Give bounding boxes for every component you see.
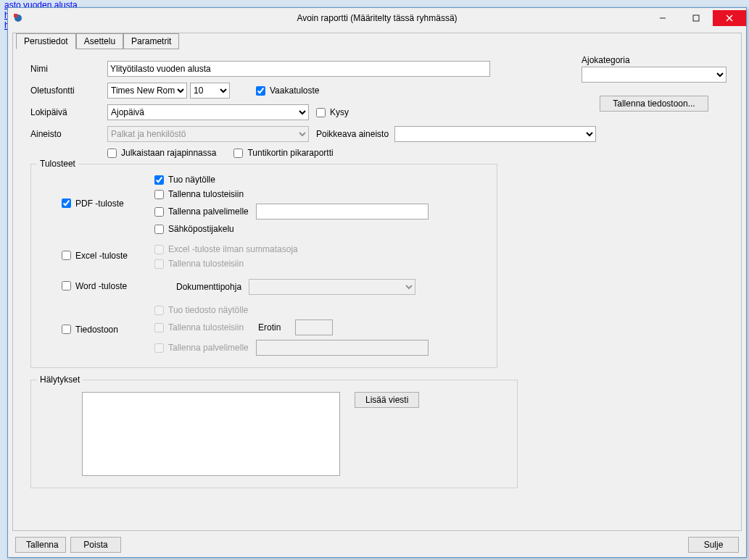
word-tuloste-check[interactable]: Word -tuloste xyxy=(62,281,127,291)
dokumenttipohja-select xyxy=(249,279,415,295)
lisaa-viesti-button[interactable]: Lisää viesti xyxy=(355,392,419,408)
tab-asettelu[interactable]: Asettelu xyxy=(76,33,123,49)
sahkopostijakelu-check[interactable]: Sähköpostijakelu xyxy=(154,224,429,234)
tab-content: Ajokategoria Tallenna tiedostoon... Nimi… xyxy=(13,48,741,530)
ajokategoria-select[interactable] xyxy=(582,67,727,83)
tuo-tiedosto-naytolle-check: Tuo tiedosto näytölle xyxy=(154,305,429,315)
tulosteet-group: Tulosteet PDF -tuloste Tuo näytölle Tall… xyxy=(30,164,497,368)
dokumenttipohja-label: Dokumenttipohja xyxy=(176,282,241,292)
tallenna-palvelimelle-input[interactable] xyxy=(256,204,429,220)
nimi-input[interactable] xyxy=(107,61,490,77)
oletusfontti-label: Oletusfontti xyxy=(30,85,107,96)
aineisto-select: Palkat ja henkilöstö xyxy=(107,126,309,142)
lokipaiva-select[interactable]: Ajopäivä xyxy=(107,104,309,120)
poikkeava-aineisto-label: Poikkeava aineisto xyxy=(316,129,389,139)
window-title: Avoin raportti (Määritelty tässä ryhmäss… xyxy=(8,13,746,23)
tallenna-tulosteisiin-check[interactable]: Tallenna tulosteisiin xyxy=(154,189,429,199)
tuo-naytolle-check[interactable]: Tuo näytölle xyxy=(154,175,429,185)
vaakatuloste-check[interactable]: Vaakatuloste xyxy=(256,85,320,96)
tallenna-palvelimelle-check[interactable]: Tallenna palvelimelle xyxy=(154,206,249,217)
titlebar: Avoin raportti (Määritelty tässä ryhmäss… xyxy=(8,8,746,28)
lokipaiva-label: Lokipäivä xyxy=(30,107,107,117)
excel-tallenna-tulosteisiin-check: Tallenna tulosteisiin xyxy=(154,259,298,269)
excel-tuloste-check[interactable]: Excel -tuloste xyxy=(62,251,128,261)
tab-bar: Perustiedot Asettelu Parametrit xyxy=(16,33,179,49)
tiedosto-palvelimelle-input xyxy=(256,340,429,356)
tiedostoon-check[interactable]: Tiedostoon xyxy=(62,325,118,335)
tulosteet-legend: Tulosteet xyxy=(37,159,78,169)
halytykset-group: Hälytykset Lisää viesti xyxy=(30,380,518,488)
halytykset-legend: Hälytykset xyxy=(37,375,83,385)
ajokategoria-label: Ajokategoria xyxy=(582,55,727,65)
tallenna-tiedostoon-button[interactable]: Tallenna tiedostoon... xyxy=(600,96,708,112)
ajokategoria-block: Ajokategoria Tallenna tiedostoon... xyxy=(582,55,727,112)
poista-button[interactable]: Poista xyxy=(70,537,121,553)
tab-perustiedot[interactable]: Perustiedot xyxy=(16,33,76,49)
aineisto-label: Aineisto xyxy=(30,129,107,139)
nimi-label: Nimi xyxy=(30,64,107,74)
dialog-window: Avoin raportti (Määritelty tässä ryhmäss… xyxy=(7,7,747,558)
fontti-select[interactable]: Times New Roman xyxy=(107,83,187,99)
tiedosto-tallenna-tulosteisiin-check: Tallenna tulosteisiin xyxy=(154,322,244,333)
footer: Tallenna Poista Sulje xyxy=(12,535,742,554)
erotin-label: Erotin xyxy=(258,322,281,333)
tuntikortin-pikaraportti-check[interactable]: Tuntikortin pikaraportti xyxy=(233,148,333,158)
excel-ilman-summa-check: Excel -tuloste ilman summatasoja xyxy=(154,244,298,254)
halytykset-textarea[interactable] xyxy=(82,392,340,476)
fonttikoko-select[interactable]: 10 xyxy=(190,83,230,99)
main-panel: Perustiedot Asettelu Parametrit Ajokateg… xyxy=(12,33,742,531)
erotin-input xyxy=(295,319,333,335)
poikkeava-aineisto-select[interactable] xyxy=(394,126,596,142)
pdf-tuloste-check[interactable]: PDF -tuloste xyxy=(62,198,124,209)
julkaistaan-rajapinnassa-check[interactable]: Julkaistaan rajapinnassa xyxy=(107,148,216,158)
tab-parametrit[interactable]: Parametrit xyxy=(123,33,179,49)
sulje-button[interactable]: Sulje xyxy=(688,537,739,553)
tiedosto-tallenna-palvelimelle-check: Tallenna palvelimelle xyxy=(154,343,249,353)
kysy-check[interactable]: Kysy xyxy=(316,107,349,117)
tallenna-button[interactable]: Tallenna xyxy=(15,537,66,553)
